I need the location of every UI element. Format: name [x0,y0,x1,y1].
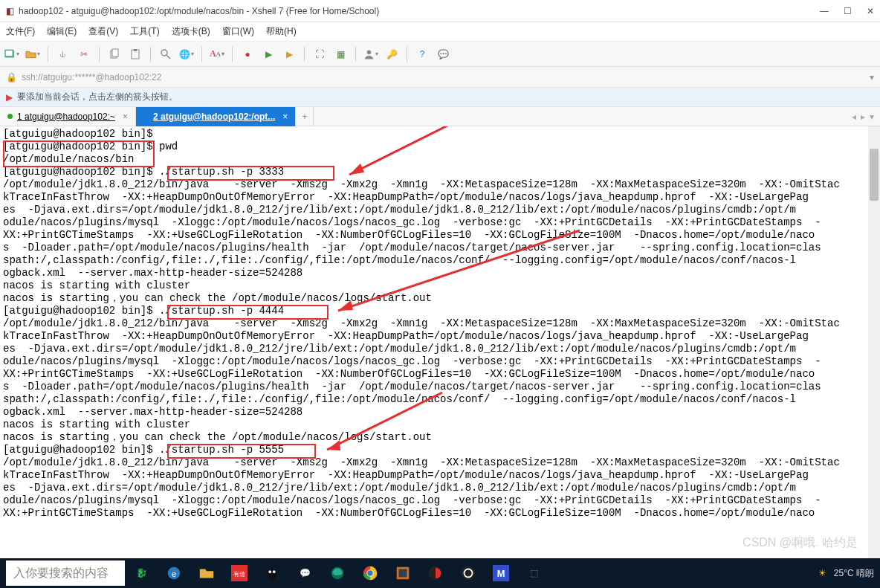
address-text[interactable]: ssh://atguigu:******@hadoop102:22 [22,72,865,83]
menu-file[interactable]: 文件(F) [6,25,35,38]
tab-list-icon[interactable]: ▾ [870,112,874,122]
terminal-line: XX:+PrintGCTimeStamps -XX:+UseGCLogFileR… [3,507,877,520]
window-title: hadoop102 - atguigu@hadoop102:/opt/modul… [19,6,820,16]
terminal-line: es -Djava.ext.dirs=/opt/module/jdk1.8.0_… [3,482,877,494]
paste-icon[interactable] [128,47,143,62]
system-tray: ☀ 25°C 晴朗 [818,567,874,580]
menu-window[interactable]: 窗口(W) [222,25,254,38]
key-icon[interactable]: 🔑 [384,47,399,62]
terminal-line: spath:/,classpath:/config/,file:./,file:… [3,254,877,267]
terminal-line: /opt/module/jdk1.8.0_212/bin/java -serve… [3,178,877,191]
terminal-line: kTraceInFastThrow -XX:+HeapDumpOnOutOfMe… [3,469,877,482]
scrollbar[interactable] [868,126,880,558]
app-chrome-icon[interactable] [354,558,386,588]
terminal-line: ogback.xml --server.max-http-header-size… [3,267,877,280]
menu-help[interactable]: 帮助(H) [266,25,297,38]
terminal-line: s -Dloader.path=/opt/module/nacos/plugin… [3,242,877,254]
status-dot-icon [7,114,13,119]
globe-icon[interactable]: 🌐▾ [179,47,194,62]
terminal-line: kTraceInFastThrow -XX:+HeapDumpOnOutOfMe… [3,330,877,343]
close-tab-icon[interactable]: × [123,112,128,122]
svg-rect-29 [399,569,407,578]
window-controls: — ☐ ✕ [820,6,874,16]
app-dragon-icon[interactable]: 🐉 [125,558,158,588]
svg-rect-1 [5,50,13,56]
terminal-line: XX:+PrintGCTimeStamps -XX:+UseGCLogFileR… [3,368,877,381]
terminal-line: es -Djava.ext.dirs=/opt/module/jdk1.8.0_… [3,343,877,355]
font-icon[interactable]: AA▾ [210,47,224,62]
address-chevron-icon[interactable]: ▾ [870,72,874,83]
address-bar: 🔒 ssh://atguigu:******@hadoop102:22 ▾ [0,67,880,88]
tab-strip: 1 atguigu@hadoop102:~ × 2 atguigu@hadoop… [0,107,880,126]
help-icon[interactable]: ? [415,47,430,62]
app-xshell-icon[interactable] [419,558,452,588]
terminal-line: odule/nacos/plugins/mysql -Xloggc:/opt/m… [3,216,877,229]
menu-edit[interactable]: 编辑(E) [47,25,77,38]
hint-text: 要添加当前会话，点击左侧的箭头按钮。 [17,91,178,103]
terminal-line: /opt/module/jdk1.8.0_212/bin/java -serve… [3,456,877,469]
script-green-icon[interactable]: ▶ [261,47,276,62]
minimize-button[interactable]: — [820,6,829,16]
tab-prev-icon[interactable]: ◂ [852,112,856,122]
tab-nav: ◂ ▸ ▾ [846,112,880,122]
menu-tools[interactable]: 工具(T) [130,25,159,38]
chat-icon[interactable]: 💬 [436,47,450,62]
terminal-line: [atguigu@hadoop102 bin]$ [3,128,877,140]
app-obs-icon[interactable] [452,558,485,588]
maximize-button[interactable]: ☐ [844,6,852,16]
svg-point-6 [161,50,167,56]
tab-label: 1 atguigu@hadoop102:~ [17,112,115,122]
script-yellow-icon[interactable]: ▶ [282,47,297,62]
app-ie-icon[interactable]: e [158,558,190,588]
app-youdao-icon[interactable]: 有道 [223,558,256,588]
new-session-icon[interactable]: ▾ [4,47,19,62]
terminal-line: nacos is starting with cluster [3,280,877,292]
find-icon[interactable] [158,47,173,62]
open-folder-icon[interactable]: ▾ [25,47,40,62]
menu-view[interactable]: 查看(V) [88,25,118,38]
terminal-line: odule/nacos/plugins/mysql -Xloggc:/opt/m… [3,355,877,368]
tab-session-1[interactable]: 1 atguigu@hadoop102:~ × [0,107,136,126]
weather-text[interactable]: 25°C 晴朗 [834,567,874,580]
add-tab-button[interactable]: + [296,107,314,126]
taskbar-search[interactable]: 入你要搜索的内容 [6,560,125,586]
terminal-line: ogback.xml --server.max-http-header-size… [3,406,877,419]
weather-icon[interactable]: ☀ [818,568,826,578]
svg-point-27 [367,570,372,575]
app-qq-icon[interactable] [256,558,288,588]
app-explorer-icon[interactable] [190,558,223,588]
svg-line-7 [166,55,170,59]
tab-session-2[interactable]: 2 atguigu@hadoop102:/opt... × [136,107,296,126]
svg-point-19 [268,568,277,581]
flag-icon[interactable]: ▶ [6,92,13,103]
close-tab-icon[interactable]: × [282,112,288,122]
tab-next-icon[interactable]: ▸ [861,112,865,122]
svg-rect-3 [112,49,118,56]
xshell-icon: ◧ [6,6,14,16]
connect-icon[interactable]: ⫝ [56,47,71,62]
hint-bar: ▶ 要添加当前会话，点击左侧的箭头按钮。 [0,88,880,107]
app-wechat-icon[interactable]: 💬 [288,558,321,588]
terminal-line: nacos is starting，you can check the /opt… [3,431,877,444]
terminal-line: XX:+PrintGCTimeStamps -XX:+UseGCLogFileR… [3,229,877,242]
taskbar: 入你要搜索的内容 🐉 e 有道 💬 M ⬚ ☀ 25°C 晴朗 [0,558,880,588]
record-icon[interactable]: ● [240,47,255,62]
terminal-line: spath:/,classpath:/config/,file:./,file:… [3,393,877,406]
terminal-line: [atguigu@hadoop102 bin]$ ./startup.sh -p… [3,305,877,317]
app-vm-icon[interactable] [386,558,419,588]
fullscreen-icon[interactable]: ⛶ [312,47,327,62]
terminal-line: es -Djava.ext.dirs=/opt/module/jdk1.8.0_… [3,204,877,216]
menu-tabs[interactable]: 选项卡(B) [172,25,210,38]
app-edge-icon[interactable] [321,558,354,588]
app-misc-icon[interactable]: ⬚ [517,558,550,588]
app-blue-icon[interactable]: M [485,558,517,588]
terminal-line: /opt/module/jdk1.8.0_212/bin/java -serve… [3,317,877,330]
user-icon[interactable]: ▾ [363,47,378,62]
scrollbar-thumb[interactable] [870,149,879,201]
close-button[interactable]: ✕ [867,6,874,16]
copy-icon[interactable] [107,47,122,62]
tile-icon[interactable]: ▦ [333,47,348,62]
terminal-pane[interactable]: [atguigu@hadoop102 bin]$[atguigu@hadoop1… [0,126,880,558]
disconnect-icon[interactable]: ✂ [77,47,91,62]
terminal-line: kTraceInFastThrow -XX:+HeapDumpOnOutOfMe… [3,191,877,204]
